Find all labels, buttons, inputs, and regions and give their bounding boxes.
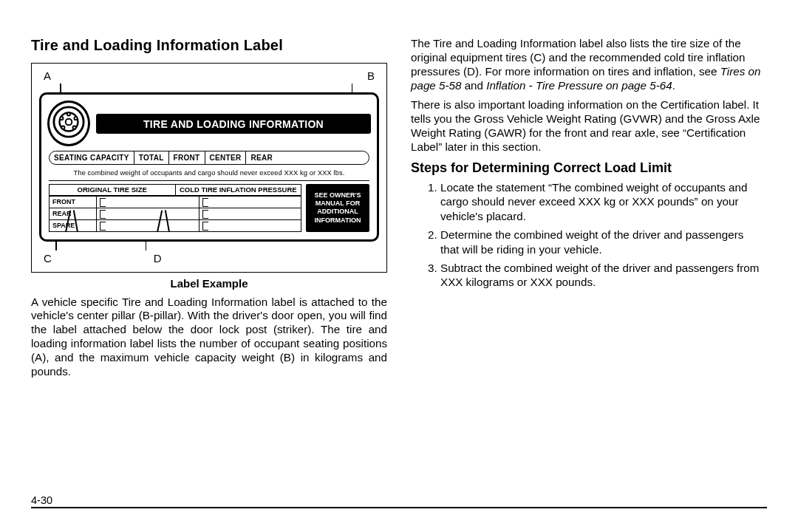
callout-b: B bbox=[367, 69, 375, 82]
left-paragraph-1: A vehicle specific Tire and Loading Info… bbox=[31, 296, 387, 379]
label-diagram: A B bbox=[31, 63, 387, 273]
inflation-header: COLD TIRE INFLATION PRESSURE bbox=[176, 185, 301, 196]
step-3: Subtract the combined weight of the driv… bbox=[440, 261, 767, 290]
seating-capacity-row: SEATING CAPACITY TOTAL FRONT CENTER REAR bbox=[49, 151, 369, 165]
weight-note: The combined weight of occupants and car… bbox=[49, 165, 369, 181]
svg-point-2 bbox=[66, 119, 72, 126]
ref-inflation: Inflation - Tire Pressure on page 5-64 bbox=[486, 79, 672, 92]
right-paragraph-1: The Tire and Loading Information label a… bbox=[411, 37, 767, 92]
svg-point-4 bbox=[74, 117, 77, 120]
seating-front: FRONT bbox=[169, 151, 205, 164]
svg-point-3 bbox=[67, 112, 70, 115]
seating-rear: REAR bbox=[246, 151, 277, 164]
svg-point-6 bbox=[61, 126, 64, 129]
footer-rule bbox=[31, 507, 767, 508]
seating-label: SEATING CAPACITY bbox=[50, 151, 134, 164]
placard-banner: TIRE AND LOADING INFORMATION bbox=[96, 114, 371, 134]
tire-size-header: ORIGINAL TIRE SIZE bbox=[50, 185, 176, 196]
step-2: Determine the combined weight of the dri… bbox=[440, 228, 767, 256]
tire-table: ORIGINAL TIRE SIZE COLD TIRE INFLATION P… bbox=[49, 184, 301, 232]
callout-d: D bbox=[154, 252, 162, 265]
callout-a: A bbox=[44, 69, 51, 82]
row-spare: SPARE bbox=[50, 219, 97, 231]
tire-icon bbox=[47, 100, 90, 146]
seating-center: CENTER bbox=[205, 151, 247, 164]
placard: TIRE AND LOADING INFORMATION SEATING CAP… bbox=[39, 92, 379, 242]
right-paragraph-2: There is also important loading informat… bbox=[411, 98, 767, 154]
callout-c: C bbox=[44, 252, 52, 265]
steps-heading: Steps for Determining Correct Load Limit bbox=[411, 160, 767, 176]
row-front: FRONT bbox=[50, 196, 97, 208]
owners-manual-box: SEE OWNER'S MANUAL FOR ADDITIONAL INFORM… bbox=[306, 184, 369, 232]
svg-point-0 bbox=[54, 107, 83, 137]
steps-list: Locate the statement “The combined weigh… bbox=[440, 180, 767, 290]
svg-point-7 bbox=[60, 117, 63, 120]
svg-point-5 bbox=[73, 126, 76, 129]
section-heading: Tire and Loading Information Label bbox=[31, 37, 387, 54]
step-1: Locate the statement “The combined weigh… bbox=[440, 180, 767, 223]
diagram-caption: Label Example bbox=[31, 277, 387, 290]
page-number: 4-30 bbox=[31, 494, 58, 506]
seating-total: TOTAL bbox=[134, 151, 169, 164]
